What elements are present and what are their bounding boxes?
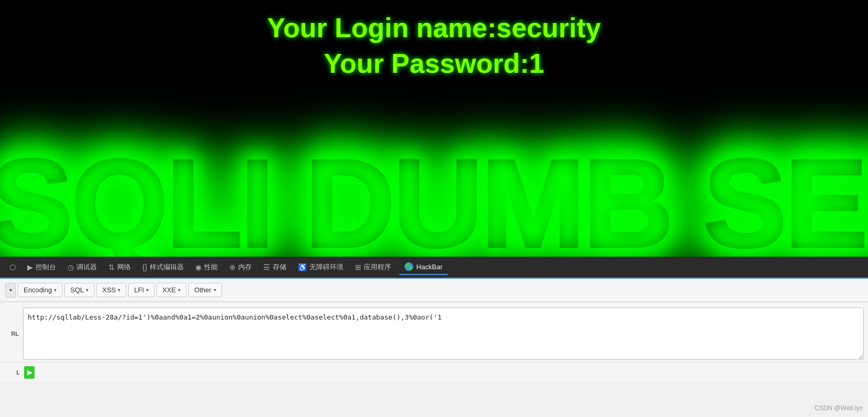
storage-icon: ☰ xyxy=(263,263,270,271)
xss-dropdown[interactable]: XSS ▾ xyxy=(96,283,126,297)
other-label: Other xyxy=(194,286,212,294)
watermark-text: CSDN @Web.lyx xyxy=(815,404,863,412)
hackbar-bottom-row: L ▶ xyxy=(0,362,868,382)
encoding-dropdown[interactable]: Encoding ▾ xyxy=(18,283,62,297)
memory-tab-label: 内存 xyxy=(238,262,252,272)
style-icon: {} xyxy=(142,263,147,271)
hackbar-toolbar: ▾ Encoding ▾ SQL ▾ XSS ▾ LFI ▾ XXE ▾ Oth… xyxy=(0,279,868,302)
devtools-tab-style[interactable]: {} 样式编辑器 xyxy=(137,259,189,275)
devtools-tab-network[interactable]: ⇅ 网络 xyxy=(103,259,136,275)
devtools-tab-hackbar[interactable]: HackBar xyxy=(399,259,448,275)
other-arrow-icon: ▾ xyxy=(214,287,216,293)
top-section: Your Login name:security Your Password:1… xyxy=(0,0,868,257)
url-row: RL http://sqllab/Less-28a/?id=1')%0aand%… xyxy=(0,305,868,362)
login-password-line: Your Password:1 xyxy=(251,46,617,82)
partial-icon: ⬡ xyxy=(9,263,16,271)
hackbar-tab-label: HackBar xyxy=(416,263,442,271)
memory-icon: ⊕ xyxy=(229,263,236,271)
devtools-tab-memory[interactable]: ⊕ 内存 xyxy=(224,259,257,275)
performance-icon: ◉ xyxy=(195,263,202,271)
a11y-tab-label: 无障碍环境 xyxy=(309,262,343,272)
execute-icon: ▶ xyxy=(27,369,32,376)
arrow-icon: ▾ xyxy=(9,287,12,293)
lfi-arrow-icon: ▾ xyxy=(146,287,149,293)
url-input[interactable]: http://sqllab/Less-28a/?id=1')%0aand%0a1… xyxy=(23,308,864,360)
xxe-label: XXE xyxy=(162,286,176,294)
devtools-tab-partial[interactable]: ⬡ xyxy=(4,260,21,275)
debugger-icon: ◷ xyxy=(68,263,74,271)
sql-label: SQL xyxy=(70,286,84,294)
login-info: Your Login name:security Your Password:1 xyxy=(251,10,617,81)
post-row-label: L xyxy=(5,369,20,376)
url-row-label: RL xyxy=(4,331,19,337)
devtools-bar: ⬡ ▶ 控制台 ◷ 调试器 ⇅ 网络 {} 样式编辑器 ◉ 性能 ⊕ 内存 ☰ … xyxy=(0,257,868,279)
devtools-tab-apps[interactable]: ⊞ 应用程序 xyxy=(350,259,396,275)
a11y-icon: ♿ xyxy=(298,263,307,271)
apps-icon: ⊞ xyxy=(355,263,361,271)
xss-label: XSS xyxy=(102,286,116,294)
devtools-tab-debugger[interactable]: ◷ 调试器 xyxy=(62,259,102,275)
xxe-dropdown[interactable]: XXE ▾ xyxy=(157,283,186,297)
encoding-label: Encoding xyxy=(24,286,52,294)
hackbar-arrow-btn[interactable]: ▾ xyxy=(5,283,16,298)
other-dropdown[interactable]: Other ▾ xyxy=(188,283,222,297)
console-tab-label: 控制台 xyxy=(36,262,56,272)
debugger-tab-label: 调试器 xyxy=(76,262,97,272)
hackbar-globe-icon xyxy=(405,262,413,271)
style-tab-label: 样式编辑器 xyxy=(150,262,184,272)
xss-arrow-icon: ▾ xyxy=(118,287,120,293)
devtools-tab-storage[interactable]: ☰ 存储 xyxy=(258,259,292,275)
encoding-arrow-icon: ▾ xyxy=(54,287,57,293)
sql-dropdown[interactable]: SQL ▾ xyxy=(64,283,94,297)
login-name-line: Your Login name:security xyxy=(251,10,617,46)
console-icon: ▶ xyxy=(27,263,33,271)
network-icon: ⇅ xyxy=(108,263,115,271)
lfi-dropdown[interactable]: LFI ▾ xyxy=(128,283,154,297)
devtools-tab-console[interactable]: ▶ 控制台 xyxy=(22,259,61,275)
apps-tab-label: 应用程序 xyxy=(364,262,391,272)
devtools-tab-a11y[interactable]: ♿ 无障碍环境 xyxy=(293,259,349,275)
execute-button[interactable]: ▶ xyxy=(24,366,35,379)
devtools-tab-performance[interactable]: ◉ 性能 xyxy=(190,259,223,275)
lfi-label: LFI xyxy=(134,286,144,294)
csdn-watermark: CSDN @Web.lyx xyxy=(815,404,863,412)
hackbar-content: RL http://sqllab/Less-28a/?id=1')%0aand%… xyxy=(0,302,868,382)
network-tab-label: 网络 xyxy=(117,262,131,272)
xxe-arrow-icon: ▾ xyxy=(178,287,181,293)
sql-arrow-icon: ▾ xyxy=(86,287,88,293)
sqli-dumb-series-title: SQLI DUMB SERIES xyxy=(0,150,868,257)
performance-tab-label: 性能 xyxy=(204,262,218,272)
storage-tab-label: 存储 xyxy=(273,262,286,272)
